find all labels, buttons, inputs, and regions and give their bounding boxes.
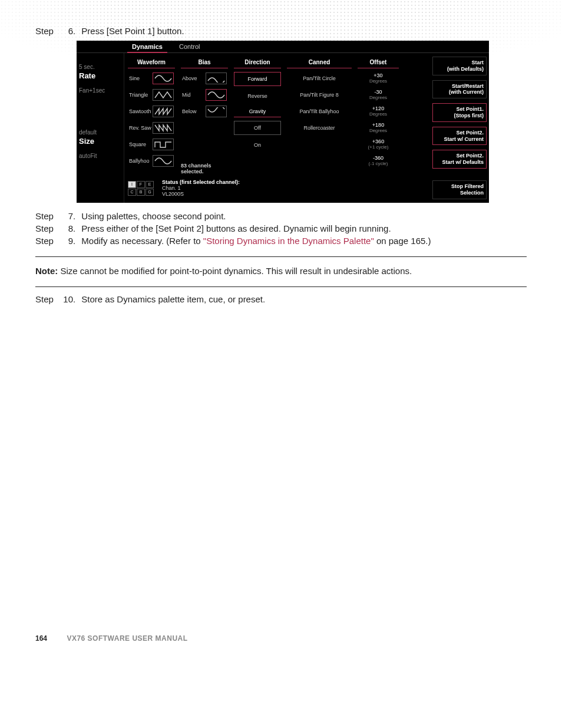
gravity-off[interactable]: Off (234, 121, 281, 135)
hdr-gravity: Gravity (234, 106, 281, 117)
hdr-canned: Canned (287, 57, 352, 68)
note: Note: Size cannot be modified for point-… (35, 266, 527, 276)
tab-dynamics[interactable]: Dynamics (124, 41, 171, 52)
status-row: IFE CBG Status (first Selected channel):… (128, 179, 399, 197)
btn-restart[interactable]: Start/Restart (with Current) (432, 80, 487, 99)
console-screenshot: Dynamics Control 5 sec. Rate Fan+1sec de… (77, 41, 489, 203)
offset-120[interactable]: +120Degrees (358, 105, 399, 118)
btn-stop-filtered[interactable]: Stop Filtered Selection (432, 180, 487, 199)
hdr-offset: Offset (358, 57, 399, 68)
gravity-on[interactable]: On (234, 139, 281, 151)
col-direction: Forward Reverse Gravity Off On (234, 72, 281, 174)
right-buttons: Start (with Defaults) Start/Restart (wit… (430, 53, 489, 203)
canned-circle[interactable]: Pan/Tilt Circle (287, 72, 352, 85)
step-9: Step 9. Modify as necessary. (Refer to "… (35, 236, 527, 246)
col-offset: +30Degrees -30Degrees +120Degrees +180De… (358, 72, 399, 174)
canned-roller[interactable]: Rollercoaster (287, 121, 352, 134)
note-rule-bottom (35, 286, 527, 287)
step-7: Step 7. Using palettes, choose second po… (35, 211, 527, 221)
col-canned: Pan/Tilt Circle Pan/Tilt Figure 8 Pan/Ti… (287, 72, 352, 174)
wave-triangle[interactable]: Triangle (128, 88, 175, 101)
offset-n360[interactable]: -360(-1 cycle) (358, 154, 399, 167)
canned-ballyhoo[interactable]: Pan/Tilt Ballyhoo (287, 105, 352, 118)
offset-n30[interactable]: -30Degrees (358, 88, 399, 101)
left-sidebar: 5 sec. Rate Fan+1sec default Size autoFi… (77, 53, 124, 203)
channels-selected: 83 channels selected. (181, 163, 228, 174)
btn-set-point-2-defaults[interactable]: Set Point2. Start w/ Defaults (432, 150, 487, 169)
offset-180[interactable]: +180Degrees (358, 121, 399, 134)
step-8: Step 8. Press either of the [Set Point 2… (35, 223, 527, 233)
offset-360[interactable]: +360(+1 cycle) (358, 138, 399, 151)
wave-rev-saw[interactable]: Rev. Saw (128, 121, 175, 134)
wave-sine[interactable]: Sine (128, 72, 175, 85)
bias-below[interactable]: Below (181, 105, 228, 118)
offset-30[interactable]: +30Degrees (358, 72, 399, 85)
btn-set-point-1[interactable]: Set Point1. (Stops first) (432, 103, 487, 122)
page-footer: 164 VX76 SOFTWARE USER MANUAL (35, 634, 188, 643)
bias-above[interactable]: Above (181, 72, 228, 85)
hdr-direction: Direction (234, 57, 281, 68)
step-6: Step 6. Press [Set Point 1] button. (35, 26, 527, 36)
btn-set-point-2-current[interactable]: Set Point2. Start w/ Current (432, 127, 487, 146)
link-storing-dynamics[interactable]: "Storing Dynamics in the Dynamics Palett… (203, 236, 374, 246)
wave-sawtooth[interactable]: Sawtooth (128, 105, 175, 118)
btn-start[interactable]: Start (with Defaults) (432, 57, 487, 75)
wave-ballyhoo[interactable]: Ballyhoo (128, 154, 175, 167)
col-bias: Above Mid Below 83 channels selected. (181, 72, 228, 174)
hdr-bias: Bias (181, 57, 228, 68)
dir-reverse[interactable]: Reverse (234, 90, 281, 103)
bias-mid[interactable]: Mid (181, 88, 228, 101)
note-rule-top (35, 256, 527, 257)
col-waveform: Sine Triangle Sawtooth Rev. Saw Square B… (128, 72, 175, 174)
dir-forward[interactable]: Forward (234, 72, 281, 86)
step-10: Step 10. Store as Dynamics palette item,… (35, 294, 527, 304)
hdr-waveform: Waveform (128, 57, 175, 68)
canned-fig8[interactable]: Pan/Tilt Figure 8 (287, 88, 352, 101)
wave-square[interactable]: Square (128, 138, 175, 151)
tab-control[interactable]: Control (171, 41, 208, 52)
filter-grid[interactable]: IFE CBG (128, 181, 154, 196)
